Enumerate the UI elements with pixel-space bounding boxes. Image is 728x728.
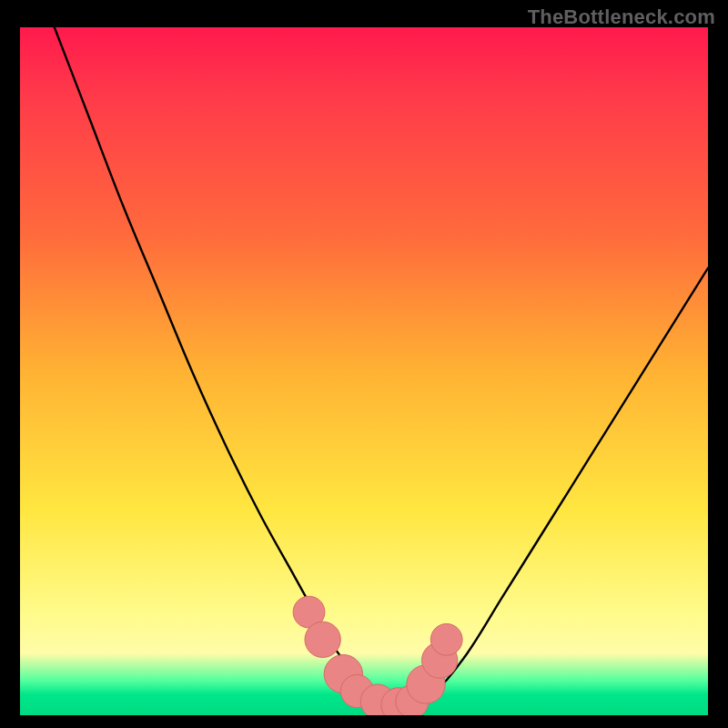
chart-frame: TheBottleneck.com: [0, 0, 728, 728]
curve-markers: [293, 596, 462, 715]
plot-area: [20, 27, 708, 715]
bottleneck-curve: [55, 27, 708, 706]
curve-layer: [20, 27, 708, 715]
curve-marker: [305, 622, 340, 657]
watermark-text: TheBottleneck.com: [528, 5, 715, 29]
curve-marker: [430, 623, 462, 655]
